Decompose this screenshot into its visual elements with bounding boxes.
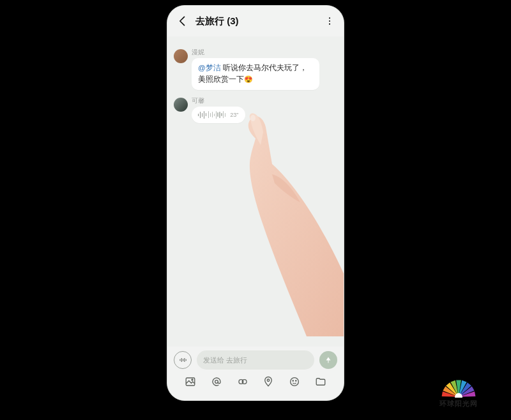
avatar[interactable]: [174, 49, 188, 63]
watermark: 环球阳光网: [427, 376, 491, 409]
svg-point-15: [291, 378, 299, 386]
red-packet-icon[interactable]: [236, 375, 250, 389]
chat-footer: 发送给 去旅行: [167, 347, 344, 400]
mention[interactable]: @梦洁: [198, 64, 221, 71]
heart-eyes-emoji: 😍: [244, 75, 253, 83]
voice-input-button[interactable]: [174, 351, 192, 369]
svg-point-11: [215, 380, 218, 384]
voice-waveform-played: [198, 110, 206, 119]
svg-point-2: [329, 24, 330, 25]
voice-bubble[interactable]: 23": [192, 107, 245, 123]
svg-point-0: [329, 17, 330, 19]
svg-point-17: [296, 380, 296, 381]
message-input[interactable]: 发送给 去旅行: [197, 350, 314, 370]
location-icon[interactable]: [261, 375, 275, 389]
mention-icon[interactable]: [210, 375, 224, 389]
folder-icon[interactable]: [314, 375, 328, 389]
back-icon[interactable]: [176, 15, 189, 27]
message-row: 可馨: [174, 96, 337, 123]
phone-frame: 去旅行 (3) 漫妮 @梦洁 听说你去马尔代夫玩了，美照欣赏一下😍 可馨: [167, 5, 344, 401]
pointing-hand-illustration: [211, 113, 344, 336]
voice-duration: 23": [230, 112, 238, 118]
chat-area: 漫妮 @梦洁 听说你去马尔代夫玩了，美照欣赏一下😍 可馨: [167, 36, 344, 347]
svg-point-10: [192, 379, 193, 380]
sender-name: 可馨: [192, 96, 245, 105]
svg-point-16: [293, 380, 293, 381]
send-button[interactable]: [319, 351, 337, 369]
voice-waveform: [208, 110, 225, 119]
chat-title: 去旅行 (3): [195, 15, 324, 27]
sun-logo-icon: [438, 376, 480, 398]
svg-point-14: [268, 379, 270, 381]
sender-name: 漫妮: [192, 48, 319, 57]
svg-point-1: [329, 20, 330, 22]
gallery-icon[interactable]: [183, 375, 197, 389]
text-bubble[interactable]: @梦洁 听说你去马尔代夫玩了，美照欣赏一下😍: [192, 58, 319, 90]
input-placeholder: 发送给 去旅行: [203, 356, 247, 365]
chat-header: 去旅行 (3): [167, 6, 344, 36]
emoji-icon[interactable]: [287, 375, 301, 389]
watermark-text: 环球阳光网: [427, 399, 491, 409]
more-icon[interactable]: [324, 16, 335, 26]
toolbar: [174, 375, 337, 389]
message-row: 漫妮 @梦洁 听说你去马尔代夫玩了，美照欣赏一下😍: [174, 48, 337, 90]
avatar[interactable]: [174, 98, 188, 112]
